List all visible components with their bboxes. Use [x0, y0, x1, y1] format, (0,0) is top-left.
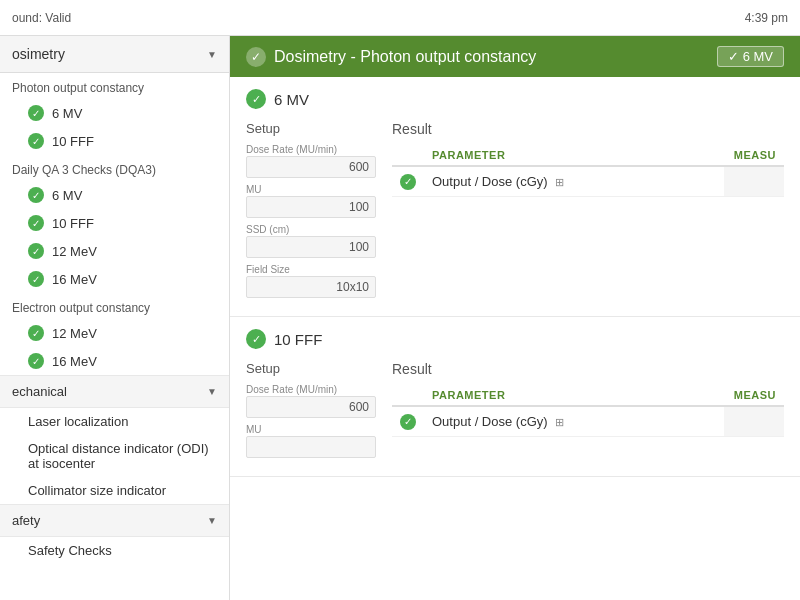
mu-input[interactable] [246, 436, 376, 458]
measure-cell [724, 406, 784, 436]
header-left: ✓ Dosimetry - Photon output constancy [246, 47, 536, 67]
sidebar-section-dailyqa3: Daily QA 3 Checks (DQA3) [0, 155, 229, 181]
field-dose-rate: Dose Rate (MU/min) [246, 144, 376, 178]
sidebar-item-12mev-qa3[interactable]: ✓ 12 MeV [0, 237, 229, 265]
sidebar-item-label: 10 FFF [52, 134, 94, 149]
sidebar-group-safety[interactable]: afety ▼ [0, 504, 229, 537]
field-ssd: SSD (cm) [246, 224, 376, 258]
result-box-10fff: Result PARAMETER MEASU [392, 361, 784, 464]
dose-rate-input[interactable] [246, 396, 376, 418]
badge-check: ✓ [728, 49, 739, 64]
sidebar-group-mechanical[interactable]: echanical ▼ [0, 375, 229, 408]
sidebar-item-collimator[interactable]: Collimator size indicator [0, 477, 229, 504]
ssd-input[interactable] [246, 236, 376, 258]
status-text: ound: Valid [12, 11, 71, 25]
field-size-input[interactable] [246, 276, 376, 298]
row-check-icon: ✓ [400, 174, 416, 190]
sidebar-item-6mv-photon[interactable]: ✓ 6 MV [0, 99, 229, 127]
parameter-cell: Output / Dose (cGy) ⊞ [424, 406, 724, 436]
field-label: MU [246, 184, 376, 195]
result-label: Result [392, 361, 784, 377]
section-10fff-columns: Setup Dose Rate (MU/min) MU Result [246, 361, 784, 464]
setup-box-10fff: Setup Dose Rate (MU/min) MU [246, 361, 376, 464]
field-label: SSD (cm) [246, 224, 376, 235]
top-bar: ound: Valid 4:39 pm [0, 0, 800, 36]
sidebar-item-6mv-qa3[interactable]: ✓ 6 MV [0, 181, 229, 209]
check-icon: ✓ [28, 215, 44, 231]
sidebar-item-label: 6 MV [52, 106, 82, 121]
sidebar-header-dosimetry[interactable]: osimetry ▼ [0, 36, 229, 73]
section-check-icon: ✓ [246, 89, 266, 109]
field-dose-rate: Dose Rate (MU/min) [246, 384, 376, 418]
check-icon: ✓ [28, 353, 44, 369]
main-layout: osimetry ▼ Photon output constancy ✓ 6 M… [0, 36, 800, 600]
field-label: MU [246, 424, 376, 435]
sidebar-item-12mev-electron[interactable]: ✓ 12 MeV [0, 319, 229, 347]
result-table-10fff: PARAMETER MEASU ✓ Output / Dose (cGy) ⊞ [392, 385, 784, 437]
sidebar-item-16mev-qa3[interactable]: ✓ 16 MeV [0, 265, 229, 293]
sidebar-item-label: Optical distance indicator (ODI) at isoc… [28, 441, 217, 471]
field-label: Dose Rate (MU/min) [246, 144, 376, 155]
setup-box-6mv: Setup Dose Rate (MU/min) MU SSD (cm) [246, 121, 376, 304]
check-icon: ✓ [28, 133, 44, 149]
mu-input[interactable] [246, 196, 376, 218]
sidebar-item-16mev-electron[interactable]: ✓ 16 MeV [0, 347, 229, 375]
sidebar-item-label: 16 MeV [52, 272, 97, 287]
sidebar-item-label: Collimator size indicator [28, 483, 166, 498]
sidebar-item-10fff-qa3[interactable]: ✓ 10 FFF [0, 209, 229, 237]
check-icon: ✓ [28, 105, 44, 121]
result-label: Result [392, 121, 784, 137]
parameter-cell: Output / Dose (cGy) ⊞ [424, 166, 724, 196]
chart-icon[interactable]: ⊞ [555, 416, 564, 429]
setup-label: Setup [246, 121, 376, 136]
col-parameter: PARAMETER [424, 385, 724, 406]
time-display: 4:39 pm [745, 11, 788, 25]
section-6mv-title: ✓ 6 MV [246, 89, 784, 109]
measure-cell [724, 166, 784, 196]
sidebar-item-10fff-photon[interactable]: ✓ 10 FFF [0, 127, 229, 155]
content-area: ✓ Dosimetry - Photon output constancy ✓ … [230, 36, 800, 600]
row-check-cell: ✓ [392, 166, 424, 196]
section-6mv: ✓ 6 MV Setup Dose Rate (MU/min) MU [230, 77, 800, 317]
sidebar-section-photon: Photon output constancy [0, 73, 229, 99]
content-header: ✓ Dosimetry - Photon output constancy ✓ … [230, 36, 800, 77]
field-label: Dose Rate (MU/min) [246, 384, 376, 395]
result-box-6mv: Result PARAMETER MEASU [392, 121, 784, 304]
sidebar-group-label: afety [12, 513, 40, 528]
check-icon: ✓ [28, 325, 44, 341]
header-check-icon: ✓ [246, 47, 266, 67]
section-10fff-title: ✓ 10 FFF [246, 329, 784, 349]
sidebar-item-label: 16 MeV [52, 354, 97, 369]
sidebar-item-odi[interactable]: Optical distance indicator (ODI) at isoc… [0, 435, 229, 477]
setup-label: Setup [246, 361, 376, 376]
sidebar-section-electron: Electron output constancy [0, 293, 229, 319]
section-title-text: 10 FFF [274, 331, 322, 348]
row-check-icon: ✓ [400, 414, 416, 430]
check-icon: ✓ [28, 271, 44, 287]
check-icon: ✓ [28, 243, 44, 259]
content-header-title: Dosimetry - Photon output constancy [274, 48, 536, 66]
field-label: Field Size [246, 264, 376, 275]
chevron-down-icon: ▼ [207, 49, 217, 60]
sidebar-item-label: 12 MeV [52, 326, 97, 341]
sidebar: osimetry ▼ Photon output constancy ✓ 6 M… [0, 36, 230, 600]
section-check-icon: ✓ [246, 329, 266, 349]
section-10fff: ✓ 10 FFF Setup Dose Rate (MU/min) MU [230, 317, 800, 477]
dose-rate-input[interactable] [246, 156, 376, 178]
badge-label: 6 MV [743, 49, 773, 64]
header-badge: ✓ 6 MV [717, 46, 784, 67]
col-measure: MEASU [724, 145, 784, 166]
col-check [392, 145, 424, 166]
col-check [392, 385, 424, 406]
field-field-size: Field Size [246, 264, 376, 298]
section-6mv-columns: Setup Dose Rate (MU/min) MU SSD (cm) [246, 121, 784, 304]
col-measure: MEASU [724, 385, 784, 406]
sidebar-item-safety-checks[interactable]: Safety Checks [0, 537, 229, 564]
chart-icon[interactable]: ⊞ [555, 176, 564, 189]
section-title-text: 6 MV [274, 91, 309, 108]
chevron-down-icon: ▼ [207, 515, 217, 526]
sidebar-item-label: 10 FFF [52, 216, 94, 231]
row-check-cell: ✓ [392, 406, 424, 436]
sidebar-category-label: osimetry [12, 46, 65, 62]
sidebar-item-laser[interactable]: Laser localization [0, 408, 229, 435]
